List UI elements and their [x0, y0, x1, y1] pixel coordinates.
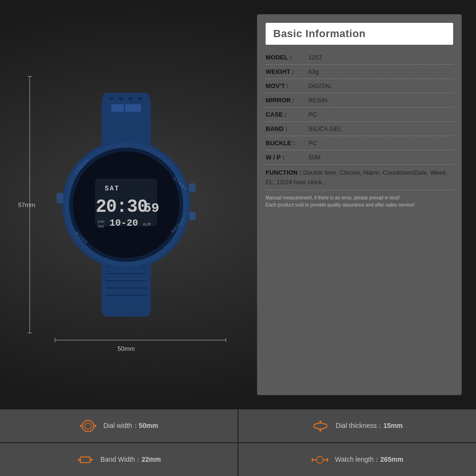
svg-rect-1: [119, 98, 123, 99]
svg-rect-2: [129, 98, 132, 99]
info-row-movt: MOV'T : DIGITAL: [266, 79, 453, 93]
height-dimension-label: 57mm: [18, 201, 35, 208]
svg-rect-3: [138, 98, 142, 99]
info-row-weight: WEIGHT : 63g: [266, 65, 453, 79]
watch-image: SAT 20:30 59 24H SNZ 10-20 ALM LIGHT STA…: [36, 81, 217, 328]
bottom-specs-section: Dial width：50mm Dial thickness：15mm: [0, 409, 476, 476]
band-value: SILICA GEL: [308, 125, 453, 132]
svg-text:ALM: ALM: [143, 222, 150, 227]
model-key: MODEL :: [266, 54, 308, 61]
watch-length-icon: [311, 451, 328, 468]
spec-watch-length-label: Watch length：265mm: [335, 456, 403, 464]
info-title: Basic Information: [273, 28, 446, 40]
info-title-box: Basic Information: [266, 23, 453, 45]
svg-point-40: [317, 456, 323, 463]
svg-rect-37: [80, 457, 90, 463]
function-text: FUNCTION : Double time, Chrono, Alarm, C…: [266, 168, 453, 187]
spec-band-width-value: 22mm: [141, 456, 160, 463]
wp-value: 50M: [308, 154, 453, 161]
svg-point-31: [85, 423, 91, 429]
wp-key: W / P :: [266, 154, 308, 161]
note-line1: Manual measurement, if there is an error…: [266, 194, 453, 201]
spec-dial-thickness: Dial thickness：15mm: [238, 409, 476, 442]
info-note: Manual measurement, if there is an error…: [266, 194, 453, 208]
top-section: 57mm 50mm: [0, 0, 476, 409]
watch-area: 57mm 50mm: [0, 0, 252, 409]
svg-rect-15: [57, 193, 63, 203]
spec-dial-thickness-value: 15mm: [383, 422, 402, 429]
note-line2: Each product sold to provide quality ass…: [266, 201, 453, 208]
movt-key: MOV'T :: [266, 82, 308, 89]
info-row-buckle: BUCKLE : PC: [266, 136, 453, 150]
case-key: CASE :: [266, 111, 308, 118]
movt-value: DIGITAL: [308, 82, 453, 89]
mirror-key: MIRROR :: [266, 97, 308, 104]
model-value: 1257: [308, 54, 453, 61]
vertical-dim-line: [30, 76, 30, 333]
info-row-mirror: MIRROR : RESIN: [266, 93, 453, 108]
main-container: 57mm 50mm: [0, 0, 476, 476]
info-panel: Basic Information MODEL : 1257 WEIGHT : …: [257, 14, 462, 395]
info-row-model: MODEL : 1257: [266, 50, 453, 65]
function-key: FUNCTION :: [266, 169, 303, 176]
svg-text:SAT: SAT: [105, 185, 119, 192]
weight-value: 63g: [308, 68, 453, 75]
svg-rect-4: [111, 104, 141, 112]
dial-thickness-icon: [312, 417, 329, 435]
svg-point-30: [82, 420, 94, 432]
info-row-function: FUNCTION : Double time, Chrono, Alarm, C…: [266, 165, 453, 190]
band-width-icon: [77, 451, 94, 468]
case-value: PC: [308, 111, 453, 118]
svg-text:SNZ: SNZ: [98, 224, 105, 228]
info-row-band: BAND : SILICA GEL: [266, 122, 453, 136]
svg-text:59: 59: [143, 201, 159, 216]
spec-watch-length: Watch length：265mm: [238, 443, 476, 476]
spec-dial-width-value: 50mm: [139, 422, 158, 429]
svg-rect-0: [109, 98, 113, 99]
spec-band-width: Band Width：22mm: [0, 443, 238, 476]
buckle-key: BUCKLE :: [266, 139, 308, 147]
spec-band-width-label: Band Width：22mm: [100, 456, 161, 464]
info-content: MODEL : 1257 WEIGHT : 63g MOV'T : DIGITA…: [257, 45, 462, 395]
spec-dial-width: Dial width：50mm: [0, 409, 238, 442]
svg-text:10-20: 10-20: [109, 218, 138, 228]
dial-width-icon: [79, 417, 97, 435]
svg-point-34: [314, 423, 327, 429]
spec-dial-width-label: Dial width：50mm: [103, 422, 158, 430]
svg-rect-16: [189, 183, 196, 192]
mirror-value: RESIN: [308, 97, 453, 104]
horizontal-dim-line: [55, 340, 226, 340]
svg-text:20:30: 20:30: [96, 197, 148, 217]
info-row-wp: W / P : 50M: [266, 150, 453, 165]
buckle-value: PC: [308, 139, 453, 147]
band-key: BAND :: [266, 125, 308, 132]
svg-text:24H: 24H: [98, 219, 105, 224]
weight-key: WEIGHT :: [266, 68, 308, 75]
svg-rect-5: [124, 103, 125, 113]
info-row-case: CASE : PC: [266, 108, 453, 122]
width-dimension-label: 50mm: [118, 345, 135, 352]
spec-watch-length-value: 265mm: [380, 456, 403, 463]
spec-dial-thickness-label: Dial thickness：15mm: [336, 422, 403, 430]
svg-rect-17: [189, 212, 196, 220]
